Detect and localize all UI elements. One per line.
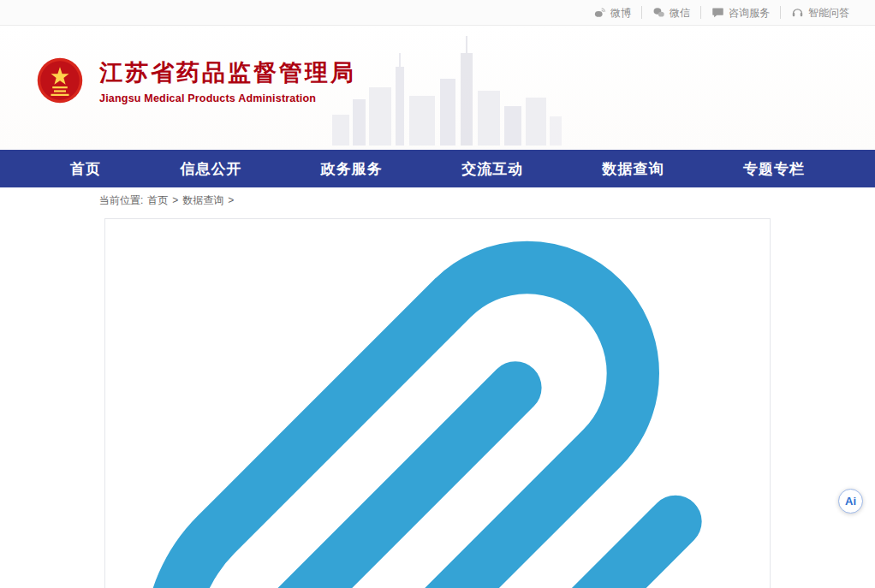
page-root: 微博 微信 咨询服务 智能问答 bbox=[0, 0, 875, 588]
breadcrumb-separator: > bbox=[228, 194, 234, 206]
site-header: 江苏省药品监督管理局 Jiangsu Medical Products Admi… bbox=[0, 26, 875, 150]
wechat-link[interactable]: 微信 bbox=[641, 6, 700, 19]
breadcrumb-home-link[interactable]: 首页 bbox=[147, 193, 168, 208]
site-titles: 江苏省药品监督管理局 Jiangsu Medical Products Admi… bbox=[99, 57, 356, 104]
main-nav: 首页 信息公开 政务服务 交流互动 数据查询 专题专栏 bbox=[0, 150, 875, 187]
breadcrumb-section-link[interactable]: 数据查询 bbox=[182, 193, 223, 208]
site-title-en: Jiangsu Medical Products Administration bbox=[99, 92, 356, 104]
nav-item-home[interactable]: 首页 bbox=[62, 159, 110, 179]
wechat-label: 微信 bbox=[670, 7, 690, 19]
main-content: 告知书编号/公告号 告知书2024年第066号 企业名称 江苏联环药业股份有限公… bbox=[0, 218, 875, 588]
consult-service-link[interactable]: 咨询服务 bbox=[700, 6, 780, 19]
topbar: 微博 微信 咨询服务 智能问答 bbox=[0, 0, 875, 26]
breadcrumb-separator: > bbox=[172, 194, 178, 206]
ai-assistant-button[interactable]: Ai bbox=[838, 489, 863, 514]
weibo-icon bbox=[593, 6, 606, 19]
smart-qa-label: 智能问答 bbox=[808, 7, 849, 19]
breadcrumb: 当前位置: 首页 > 数据查询 > bbox=[0, 187, 875, 213]
nav-item-info-disclosure[interactable]: 信息公开 bbox=[171, 159, 250, 179]
national-emblem-logo-icon bbox=[36, 56, 84, 104]
smart-qa-link[interactable]: 智能问答 bbox=[780, 6, 860, 19]
nav-item-special-topics[interactable]: 专题专栏 bbox=[735, 159, 813, 179]
city-skyline-decoration bbox=[332, 34, 563, 146]
brand-block[interactable]: 江苏省药品监督管理局 Jiangsu Medical Products Admi… bbox=[36, 56, 356, 104]
nav-item-data-query[interactable]: 数据查询 bbox=[594, 159, 673, 179]
consult-icon bbox=[711, 6, 724, 19]
wechat-icon bbox=[652, 6, 665, 19]
consult-service-label: 咨询服务 bbox=[729, 7, 770, 19]
qa-icon bbox=[791, 6, 804, 19]
nav-item-interaction[interactable]: 交流互动 bbox=[453, 159, 532, 179]
weibo-link[interactable]: 微博 bbox=[583, 6, 641, 19]
nav-item-gov-services[interactable]: 政务服务 bbox=[312, 159, 391, 179]
weibo-label: 微博 bbox=[610, 7, 631, 19]
inspection-detail-card: 告知书编号/公告号 告知书2024年第066号 企业名称 江苏联环药业股份有限公… bbox=[104, 218, 771, 588]
breadcrumb-label: 当前位置: bbox=[99, 193, 143, 208]
site-title-cn: 江苏省药品监督管理局 bbox=[99, 57, 356, 88]
